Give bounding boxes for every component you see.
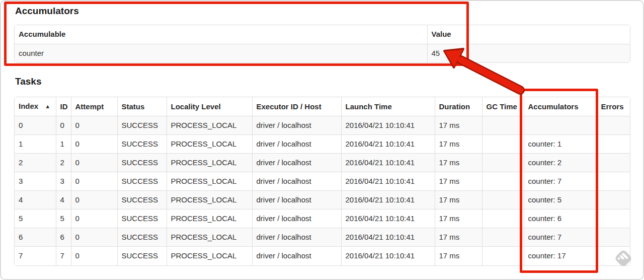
accumulators-header-row: Accumulable Value: [15, 25, 630, 44]
col-header-value[interactable]: Value: [427, 25, 630, 44]
duration-cell: 17 ms: [435, 209, 482, 228]
launch-time-cell: 2016/04/21 10:10:41: [341, 116, 435, 135]
errors-cell: [597, 154, 630, 172]
index-cell: 0: [15, 116, 56, 135]
index-cell: 2: [15, 154, 56, 172]
status-cell: SUCCESS: [117, 191, 167, 209]
gc-time-cell: [482, 172, 524, 191]
executor-id-host-cell: driver / localhost: [252, 228, 341, 247]
status-cell: SUCCESS: [117, 116, 167, 135]
id-cell: 5: [56, 209, 71, 228]
index-cell: 4: [15, 191, 56, 209]
errors-cell: [597, 247, 630, 265]
errors-cell: [597, 191, 630, 209]
attempt-cell: 0: [71, 209, 117, 228]
attempt-cell: 0: [71, 135, 117, 154]
errors-cell: [597, 228, 630, 247]
errors-cell: [597, 135, 630, 154]
attempt-cell: 0: [71, 116, 117, 135]
gc-time-cell: [482, 247, 524, 265]
accumulators-cell: counter: 2: [524, 154, 597, 172]
attempt-cell: 0: [71, 228, 117, 247]
duration-cell: 17 ms: [435, 228, 482, 247]
duration-cell: 17 ms: [435, 116, 482, 135]
id-cell: 1: [56, 135, 71, 154]
errors-cell: [597, 116, 630, 135]
gc-time-cell: [482, 135, 524, 154]
col-header-status[interactable]: Status: [117, 97, 167, 116]
task-row: 6 6 0 SUCCESS PROCESS_LOCAL driver / loc…: [15, 228, 630, 247]
status-cell: SUCCESS: [117, 135, 167, 154]
attempt-cell: 0: [71, 247, 117, 265]
id-cell: 7: [56, 247, 71, 265]
task-row: 1 1 0 SUCCESS PROCESS_LOCAL driver / loc…: [15, 135, 630, 154]
col-header-gc-time[interactable]: GC Time: [482, 97, 524, 116]
locality-level-cell: PROCESS_LOCAL: [167, 172, 252, 191]
col-header-executor-id-host[interactable]: Executor ID / Host: [252, 97, 341, 116]
locality-level-cell: PROCESS_LOCAL: [167, 209, 252, 228]
launch-time-cell: 2016/04/21 10:10:41: [341, 172, 435, 191]
executor-id-host-cell: driver / localhost: [252, 135, 341, 154]
locality-level-cell: PROCESS_LOCAL: [167, 154, 252, 172]
col-header-locality-level[interactable]: Locality Level: [167, 97, 252, 116]
launch-time-cell: 2016/04/21 10:10:41: [341, 191, 435, 209]
accumulators-cell: counter: 17: [524, 247, 597, 265]
task-row: 2 2 0 SUCCESS PROCESS_LOCAL driver / loc…: [15, 154, 630, 172]
accumulators-cell: counter: 6: [524, 209, 597, 228]
locality-level-cell: PROCESS_LOCAL: [167, 116, 252, 135]
col-header-index-label: Index: [19, 102, 38, 110]
duration-cell: 17 ms: [435, 135, 482, 154]
locality-level-cell: PROCESS_LOCAL: [167, 247, 252, 265]
id-cell: 6: [56, 228, 71, 247]
accumulable-value-cell: 45: [427, 44, 630, 62]
id-cell: 3: [56, 172, 71, 191]
launch-time-cell: 2016/04/21 10:10:41: [341, 228, 435, 247]
gc-time-cell: [482, 191, 524, 209]
locality-level-cell: PROCESS_LOCAL: [167, 191, 252, 209]
launch-time-cell: 2016/04/21 10:10:41: [341, 247, 435, 265]
errors-cell: [597, 209, 630, 228]
status-cell: SUCCESS: [117, 154, 167, 172]
accumulators-cell: counter: 7: [524, 172, 597, 191]
launch-time-cell: 2016/04/21 10:10:41: [341, 209, 435, 228]
executor-id-host-cell: driver / localhost: [252, 154, 341, 172]
id-cell: 0: [56, 116, 71, 135]
task-row: 0 0 0 SUCCESS PROCESS_LOCAL driver / loc…: [15, 116, 630, 135]
id-cell: 4: [56, 191, 71, 209]
index-cell: 7: [15, 247, 56, 265]
tasks-header-row: Index▲ ID Attempt Status Locality Level …: [15, 97, 630, 116]
executor-id-host-cell: driver / localhost: [252, 116, 341, 135]
col-header-accumulators[interactable]: Accumulators: [524, 97, 597, 116]
launch-time-cell: 2016/04/21 10:10:41: [341, 154, 435, 172]
index-cell: 3: [15, 172, 56, 191]
sort-ascending-icon: ▲: [45, 103, 50, 109]
executor-id-host-cell: driver / localhost: [252, 247, 341, 265]
duration-cell: 17 ms: [435, 154, 482, 172]
col-header-duration[interactable]: Duration: [435, 97, 482, 116]
duration-cell: 17 ms: [435, 191, 482, 209]
index-cell: 6: [15, 228, 56, 247]
executor-id-host-cell: driver / localhost: [252, 191, 341, 209]
task-row: 4 4 0 SUCCESS PROCESS_LOCAL driver / loc…: [15, 191, 630, 209]
executor-id-host-cell: driver / localhost: [252, 209, 341, 228]
col-header-accumulable[interactable]: Accumulable: [15, 25, 427, 44]
accumulators-heading: Accumulators: [15, 6, 79, 17]
col-header-attempt[interactable]: Attempt: [71, 97, 117, 116]
col-header-index[interactable]: Index▲: [15, 97, 56, 116]
duration-cell: 17 ms: [435, 172, 482, 191]
gc-time-cell: [482, 209, 524, 228]
index-cell: 1: [15, 135, 56, 154]
accumulators-cell: counter: 5: [524, 191, 597, 209]
status-cell: SUCCESS: [117, 209, 167, 228]
col-header-launch-time[interactable]: Launch Time: [341, 97, 435, 116]
accumulators-cell: [524, 116, 597, 135]
duration-cell: 17 ms: [435, 247, 482, 265]
gc-time-cell: [482, 154, 524, 172]
gc-time-cell: [482, 116, 524, 135]
col-header-id[interactable]: ID: [56, 97, 71, 116]
id-cell: 2: [56, 154, 71, 172]
accumulator-row: counter 45: [15, 44, 630, 62]
col-header-errors[interactable]: Errors: [597, 97, 630, 116]
accumulable-name-cell: counter: [15, 44, 427, 62]
attempt-cell: 0: [71, 154, 117, 172]
